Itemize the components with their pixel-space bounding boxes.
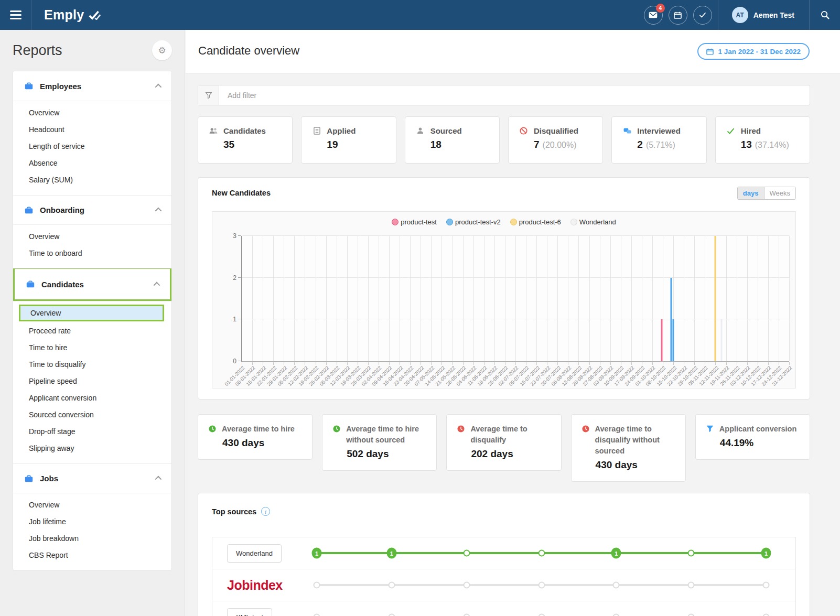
pipeline-node-empty	[538, 582, 545, 589]
pipeline-node-empty	[314, 582, 320, 589]
sidebar-item-jobs-overview[interactable]: Overview	[13, 496, 171, 513]
sidebar-item-employees-absence[interactable]: Absence	[13, 155, 171, 171]
sidebar-item-employees-length-of-service[interactable]: Length of service	[13, 138, 171, 155]
sidebar-item-employees-overview[interactable]: Overview	[13, 104, 171, 121]
sidebar-item-candidates-pipeline-speed[interactable]: Pipeline speed	[13, 373, 171, 390]
gridline	[557, 236, 558, 361]
gridline	[294, 236, 295, 361]
reports-menu-card: EmployeesOverviewHeadcountLength of serv…	[13, 71, 172, 571]
chart-bar-product-test	[661, 319, 662, 361]
sidebar-item-employees-headcount[interactable]: Headcount	[13, 121, 171, 138]
source-pipeline: 1111	[317, 537, 766, 569]
gridline	[242, 277, 789, 278]
tasks-button[interactable]	[693, 6, 712, 25]
stat-card-sourced: Sourced18	[405, 116, 500, 164]
search-button[interactable]	[810, 0, 840, 30]
briefcase-icon	[26, 280, 35, 288]
sidebar-item-jobs-job-breakdown[interactable]: Job breakdown	[13, 530, 171, 547]
legend-item-wonderland: Wonderland	[570, 218, 616, 226]
section-header-employees[interactable]: Employees	[13, 71, 171, 101]
sidebar-item-candidates-sourced-conversion[interactable]: Sourced conversion	[13, 406, 171, 423]
stat-value: 18	[430, 139, 441, 150]
x-tick	[453, 362, 453, 365]
x-tick	[242, 362, 242, 365]
x-tick	[726, 362, 727, 365]
stats-row: Candidates35Applied19Sourced18Disqualifi…	[198, 116, 810, 164]
gridline	[768, 236, 769, 361]
sidebar-item-candidates-time-to-disqualify[interactable]: Time to disqualify	[13, 356, 171, 373]
section-label: Jobs	[40, 474, 148, 483]
sidebar-item-employees-salary-sum[interactable]: Salary (SUM)	[13, 171, 171, 188]
gridline	[358, 236, 358, 361]
clock-icon	[209, 425, 216, 435]
pipeline-node-empty	[688, 550, 695, 557]
sidebar-item-candidates-proceed-rate[interactable]: Proceed rate	[13, 322, 171, 339]
stat-percent: (5.71%)	[646, 141, 675, 150]
x-tick	[589, 362, 590, 365]
sidebar-section-candidates: CandidatesOverviewProceed rateTime to hi…	[13, 268, 171, 463]
page-header: Candidate overview 1 Jan 2022 - 31 Dec 2…	[186, 30, 840, 73]
legend-label: product-test-v2	[455, 218, 501, 226]
x-tick	[347, 362, 348, 365]
section-header-candidates[interactable]: Candidates	[13, 268, 171, 301]
section-header-jobs[interactable]: Jobs	[13, 463, 171, 493]
sidebar-item-candidates-applicant-conversion[interactable]: Applicant conversion	[13, 390, 171, 406]
reports-settings-button[interactable]: ⚙	[152, 40, 172, 60]
avatar[interactable]: AT	[732, 7, 748, 23]
legend-item-product-test-v2: product-test-v2	[446, 218, 501, 226]
date-range-button[interactable]: 1 Jan 2022 - 31 Dec 2022	[697, 43, 810, 60]
sidebar-title: Reports	[13, 42, 62, 59]
gridline	[515, 236, 516, 361]
filter-placeholder: Add filter	[228, 91, 256, 100]
gridline	[758, 236, 758, 361]
person-icon	[416, 127, 425, 134]
x-tick	[737, 362, 737, 365]
metric-value: 44.19%	[720, 437, 799, 449]
info-icon[interactable]: i	[261, 507, 270, 516]
sidebar-item-candidates-overview[interactable]: Overview	[19, 305, 164, 321]
metric-label: Average time to hire without sourced	[346, 424, 426, 446]
stat-label: Interviewed	[637, 126, 681, 135]
calendar-button[interactable]	[669, 6, 687, 25]
sidebar-item-onboarding-time-to-onboard[interactable]: Time to onboard	[13, 245, 171, 262]
x-tick	[557, 362, 558, 365]
gridline	[789, 236, 790, 361]
sidebar-item-jobs-job-lifetime[interactable]: Job lifetime	[13, 513, 171, 530]
metric-value: 430 days	[596, 459, 675, 471]
y-tick-label: 3	[233, 232, 236, 240]
sidebar-item-candidates-time-to-hire[interactable]: Time to hire	[13, 339, 171, 356]
mail-button[interactable]: 4	[644, 6, 663, 25]
sidebar-section-onboarding: OnboardingOverviewTime to onboard	[13, 195, 171, 268]
source-label-xml-test[interactable]: XML-test	[227, 608, 272, 616]
gridline	[263, 236, 263, 361]
sidebar-item-onboarding-overview[interactable]: Overview	[13, 228, 171, 245]
brand-logo[interactable]: Emply	[44, 7, 101, 23]
new-candidates-panel: New Candidates days Weeks product-testpr…	[198, 177, 810, 399]
x-tick	[610, 362, 611, 365]
y-tick	[238, 361, 241, 361]
x-tick	[652, 362, 653, 365]
gridline	[652, 236, 653, 361]
x-tick	[663, 362, 663, 365]
metric-value: 202 days	[471, 448, 550, 460]
legend-dot	[510, 219, 517, 225]
x-tick	[463, 362, 464, 365]
sidebar-item-candidates-drop-off-stage[interactable]: Drop-off stage	[13, 423, 171, 440]
section-header-onboarding[interactable]: Onboarding	[13, 195, 171, 224]
sidebar-item-jobs-cbs-report[interactable]: CBS Report	[13, 547, 171, 564]
x-tick	[694, 362, 695, 365]
check-icon	[726, 128, 736, 134]
source-label-wonderland[interactable]: Wonderland	[227, 544, 282, 563]
stat-card-candidates: Candidates35	[198, 116, 293, 164]
hamburger-menu-button[interactable]	[0, 0, 31, 30]
toggle-days[interactable]: days	[738, 187, 764, 199]
stat-label: Disqualified	[534, 126, 578, 135]
toggle-weeks[interactable]: Weeks	[764, 187, 796, 199]
metric-card-average-time-to-disqualify-without-sourced: Average time to disqualify without sourc…	[571, 414, 686, 482]
gridline	[484, 236, 484, 361]
legend-dot	[446, 219, 453, 225]
user-name[interactable]: Aemen Test	[753, 11, 794, 19]
sidebar-item-candidates-slipping-away[interactable]: Slipping away	[13, 440, 171, 457]
gridline	[578, 236, 579, 361]
filter-bar[interactable]: Add filter	[198, 85, 810, 105]
